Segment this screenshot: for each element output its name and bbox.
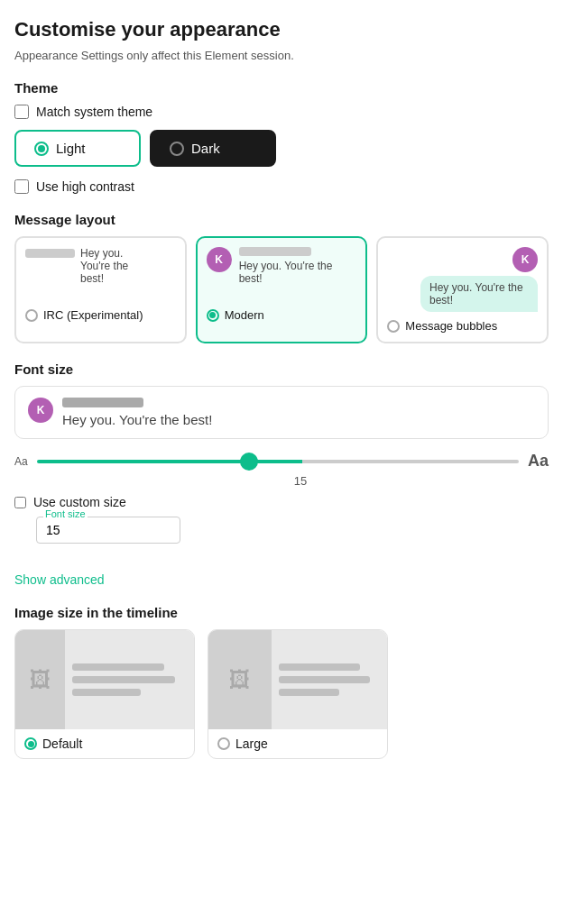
large-image-card[interactable]: 🖼 Large	[208, 629, 388, 759]
default-label-row: Default	[15, 729, 194, 758]
font-size-title: Font size	[14, 361, 549, 377]
font-size-input[interactable]	[36, 517, 180, 544]
large-preview-thumbnail: 🖼	[208, 630, 272, 729]
irc-label-row: IRC (Experimental)	[25, 308, 176, 322]
high-contrast-row[interactable]: Use high contrast	[14, 179, 549, 194]
font-size-slider[interactable]	[37, 460, 519, 463]
bubbles-layout-card[interactable]: K Hey you. You're the best! Message bubb…	[376, 236, 549, 343]
font-size-field-label: Font size	[43, 508, 88, 519]
irc-layout-card[interactable]: Hey you.You're thebest! IRC (Experimenta…	[14, 236, 187, 343]
theme-section-title: Theme	[14, 80, 549, 96]
bubbles-radio	[387, 320, 400, 333]
font-slider-row: Aa Aa	[14, 452, 549, 471]
light-theme-button[interactable]: Light	[14, 130, 141, 167]
theme-buttons: Light Dark	[14, 130, 549, 167]
irc-name-bar	[25, 249, 75, 258]
large-label: Large	[235, 736, 268, 751]
font-preview-avatar: K	[28, 398, 53, 423]
light-radio-dot	[34, 142, 49, 156]
slider-value-label: 15	[52, 474, 549, 488]
bubble-text: Hey you. You're the best!	[420, 276, 538, 312]
modern-text-area: Hey you. You're the best!	[239, 247, 357, 285]
font-size-section: Font size K Hey you. You're the best! Aa…	[14, 361, 549, 544]
custom-size-label: Use custom size	[33, 495, 126, 509]
modern-avatar: K	[207, 247, 232, 272]
custom-size-checkbox[interactable]	[14, 497, 26, 508]
modern-preview: K Hey you. You're the best!	[207, 247, 357, 301]
irc-preview: Hey you.You're thebest!	[25, 247, 176, 301]
default-preview-lines	[65, 630, 194, 729]
default-radio	[24, 737, 37, 750]
bubble-avatar: K	[512, 247, 538, 272]
default-label: Default	[42, 736, 82, 751]
high-contrast-checkbox[interactable]	[14, 179, 29, 194]
large-line-1	[279, 663, 360, 671]
theme-section: Theme Match system theme Light Dark Use …	[14, 80, 549, 194]
modern-preview-text: Hey you. You're the best!	[239, 260, 357, 285]
large-line-2	[279, 676, 370, 683]
large-line-3	[279, 689, 339, 696]
large-radio	[217, 737, 230, 750]
match-system-row[interactable]: Match system theme	[14, 105, 549, 119]
aa-small-label: Aa	[14, 455, 28, 468]
modern-radio	[207, 309, 219, 322]
match-system-label: Match system theme	[36, 105, 152, 119]
default-line-3	[72, 689, 141, 696]
bubbles-label: Message bubbles	[405, 319, 497, 333]
high-contrast-label: Use high contrast	[36, 179, 134, 194]
dark-radio-dot	[170, 142, 184, 156]
modern-label: Modern	[225, 308, 264, 322]
message-layout-section: Message layout Hey you.You're thebest! I…	[14, 212, 549, 343]
light-theme-label: Light	[56, 141, 86, 156]
default-image-icon: 🖼	[30, 667, 51, 692]
image-size-section: Image size in the timeline 🖼 Default	[14, 605, 549, 759]
large-preview-lines	[272, 630, 387, 729]
default-image-card[interactable]: 🖼 Default	[14, 629, 195, 759]
irc-preview-text: Hey you.You're thebest!	[80, 247, 128, 285]
page-subtitle: Appearance Settings only affect this Ele…	[14, 49, 549, 62]
font-name-bar	[62, 398, 143, 407]
custom-size-row: Use custom size	[14, 495, 549, 509]
default-line-1	[72, 663, 164, 671]
font-preview-card: K Hey you. You're the best!	[14, 386, 549, 439]
modern-label-row: Modern	[207, 308, 357, 322]
irc-label: IRC (Experimental)	[43, 308, 143, 322]
font-preview-message: Hey you. You're the best!	[62, 412, 212, 427]
image-size-title: Image size in the timeline	[14, 605, 549, 620]
dark-theme-button[interactable]: Dark	[150, 130, 276, 167]
layout-options: Hey you.You're thebest! IRC (Experimenta…	[14, 236, 549, 343]
page-title: Customise your appearance	[14, 18, 549, 41]
large-label-row: Large	[208, 729, 387, 758]
match-system-checkbox[interactable]	[14, 105, 29, 119]
font-preview-text-area: Hey you. You're the best!	[62, 398, 212, 427]
font-size-input-wrap: Font size	[36, 517, 549, 544]
show-advanced-link[interactable]: Show advanced	[14, 572, 105, 587]
message-layout-title: Message layout	[14, 212, 549, 227]
default-preview-box: 🖼	[15, 630, 194, 729]
large-image-icon: 🖼	[229, 667, 251, 692]
large-preview-box: 🖼	[208, 630, 387, 729]
dark-theme-label: Dark	[191, 141, 220, 156]
default-preview-thumbnail: 🖼	[15, 630, 65, 729]
bubbles-preview: K Hey you. You're the best!	[387, 247, 538, 312]
modern-layout-card[interactable]: K Hey you. You're the best! Modern	[196, 236, 368, 343]
bubbles-label-row: Message bubbles	[387, 319, 538, 333]
modern-name-bar	[239, 247, 311, 256]
default-line-2	[72, 676, 175, 683]
irc-radio	[25, 309, 38, 322]
image-options: 🖼 Default 🖼	[14, 629, 549, 759]
aa-large-label: Aa	[528, 452, 549, 471]
